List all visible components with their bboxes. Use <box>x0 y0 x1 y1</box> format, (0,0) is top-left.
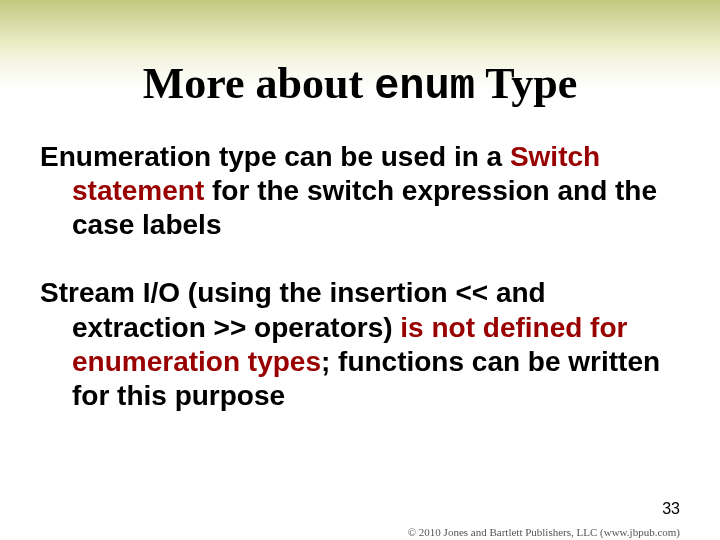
title-mono: enum <box>374 63 475 111</box>
paragraph-1: Enumeration type can be used in a Switch… <box>40 140 680 242</box>
slide-title: More about enum Type <box>0 58 720 111</box>
slide-body: Enumeration type can be used in a Switch… <box>40 140 680 447</box>
paragraph-2: Stream I/O (using the insertion << and e… <box>40 276 680 413</box>
page-number: 33 <box>662 500 680 518</box>
title-post: Type <box>475 59 577 108</box>
title-pre: More about <box>143 59 374 108</box>
p1-seg1: Enumeration type can be used in a <box>40 141 510 172</box>
footer-copyright: © 2010 Jones and Bartlett Publishers, LL… <box>408 526 680 538</box>
